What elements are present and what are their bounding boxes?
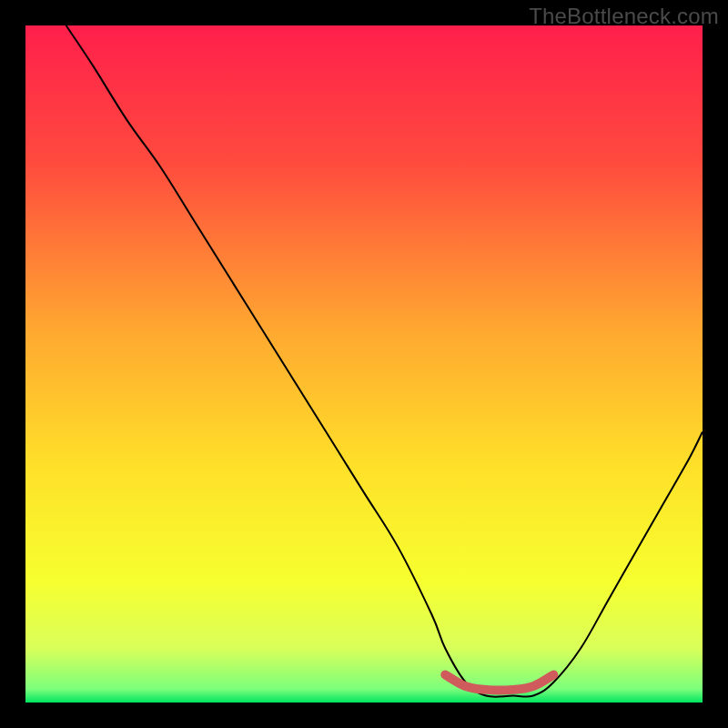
- chart-background: [25, 25, 703, 703]
- chart-frame: TheBottleneck.com: [0, 0, 728, 728]
- bottleneck-chart: [25, 25, 703, 703]
- watermark-text: TheBottleneck.com: [529, 4, 719, 29]
- chart-area: [25, 25, 703, 703]
